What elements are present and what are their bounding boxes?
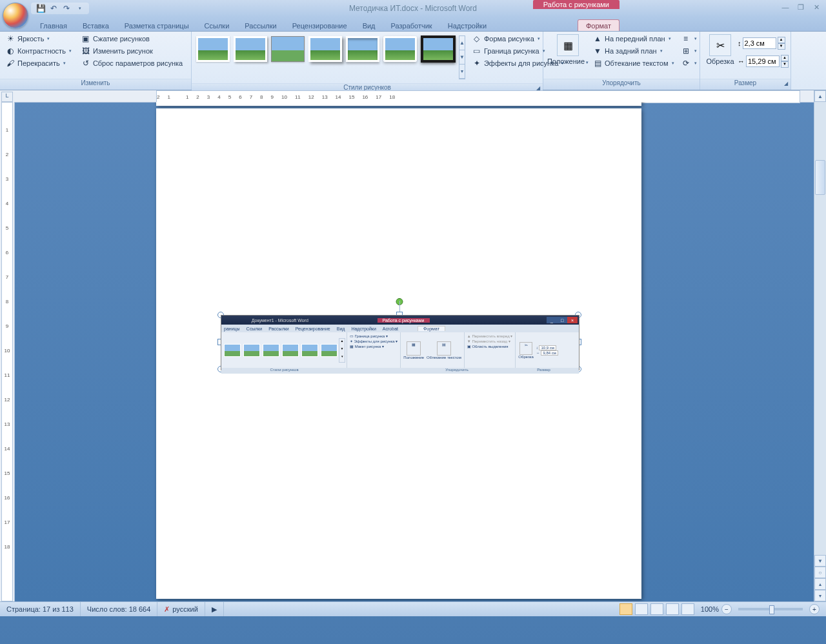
crop-button[interactable]: ✂ Обрезка xyxy=(703,33,738,66)
align-icon: ≡ xyxy=(681,34,691,44)
picture-style-2[interactable] xyxy=(234,36,267,62)
restore-button[interactable]: ❐ xyxy=(795,3,807,12)
reset-picture-button[interactable]: ↺Сброс параметров рисунка xyxy=(78,57,185,69)
macro-icon: ▶ xyxy=(212,605,217,614)
window-title: Методичка ИТ.docx - Microsoft Word xyxy=(349,4,477,13)
vertical-scrollbar[interactable]: ▲ ▼ ○ ▴ ▾ xyxy=(814,90,826,601)
minimize-button[interactable]: — xyxy=(780,3,791,12)
gallery-more-icon[interactable]: ▾ xyxy=(459,65,465,79)
tab-references[interactable]: Ссылки xyxy=(197,20,237,31)
bring-front-button[interactable]: ▲На передний план xyxy=(590,33,677,45)
picture-tools-label: Работа с рисунками xyxy=(533,0,620,9)
outline-view[interactable] xyxy=(666,603,679,615)
group-size-label: Размер◢ xyxy=(700,79,791,90)
gallery-scroll[interactable]: ▲▼▾ xyxy=(459,35,465,79)
recolor-button[interactable]: 🖌Перекрасить xyxy=(3,57,74,69)
wrap-icon: ▤ xyxy=(592,58,603,68)
zoom-level[interactable]: 100% xyxy=(701,605,719,613)
send-back-button[interactable]: ▼На задний план xyxy=(590,45,677,57)
embedded-screenshot: Документ1 - Microsoft Word Работа с рису… xyxy=(221,315,579,370)
change-picture-icon: 🖼 xyxy=(81,46,91,56)
front-icon: ▲ xyxy=(592,34,603,44)
redo-icon[interactable]: ↷ xyxy=(62,4,71,13)
zoom-knob[interactable] xyxy=(769,605,774,614)
tab-selector[interactable]: L xyxy=(1,92,13,102)
draft-view[interactable] xyxy=(681,603,694,615)
width-field[interactable] xyxy=(746,55,780,67)
gallery-up-icon[interactable]: ▲ xyxy=(459,36,465,50)
back-icon: ▼ xyxy=(592,46,603,56)
tab-view[interactable]: Вид xyxy=(355,20,383,31)
width-input[interactable]: ↔▲▼ xyxy=(738,55,789,68)
proofing-status[interactable]: ✗русский xyxy=(157,602,205,616)
macro-status[interactable]: ▶ xyxy=(205,602,224,616)
zoom-out-button[interactable]: − xyxy=(721,604,732,614)
border-icon: ▭ xyxy=(472,46,482,56)
tab-insert[interactable]: Вставка xyxy=(75,20,117,31)
horizontal-ruler[interactable]: 21123456789101112131415161718 xyxy=(14,90,826,103)
scroll-thumb[interactable] xyxy=(815,160,825,195)
shape-icon: ◇ xyxy=(472,34,482,44)
picture-style-1[interactable] xyxy=(196,36,230,62)
tab-addins[interactable]: Надстройки xyxy=(440,20,494,31)
compress-pictures-button[interactable]: ▣Сжатие рисунков xyxy=(78,33,185,45)
picture-style-4[interactable] xyxy=(308,36,342,62)
picture-style-3[interactable] xyxy=(271,36,305,62)
close-button[interactable]: ✕ xyxy=(811,3,822,12)
contrast-button[interactable]: ◐Контрастность xyxy=(3,45,74,57)
height-down[interactable]: ▼ xyxy=(778,43,785,50)
scroll-down-icon[interactable]: ▼ xyxy=(814,555,826,567)
qat-more-icon[interactable] xyxy=(75,4,84,13)
tab-mailings[interactable]: Рассылки xyxy=(237,20,284,31)
picture-style-6[interactable] xyxy=(383,36,417,62)
document-area: 123456789101112131415161718 L 2112345678… xyxy=(0,90,826,601)
tab-home[interactable]: Главная xyxy=(32,20,75,31)
zoom-slider[interactable] xyxy=(738,608,803,610)
position-button[interactable]: ▦ Положение xyxy=(546,33,590,66)
brightness-button[interactable]: ☀Яркость xyxy=(3,33,74,45)
tab-review[interactable]: Рецензирование xyxy=(285,20,355,31)
width-up[interactable]: ▲ xyxy=(781,55,789,61)
prev-page-icon[interactable]: ▴ xyxy=(814,578,826,590)
next-page-icon[interactable]: ▾ xyxy=(814,590,826,601)
zoom-in-button[interactable]: + xyxy=(809,604,820,614)
previous-page-edge xyxy=(156,102,641,106)
browse-object-icon[interactable]: ○ xyxy=(814,567,826,578)
scroll-up-icon[interactable]: ▲ xyxy=(814,90,826,102)
picture-style-5[interactable] xyxy=(346,36,379,62)
inner-title: Документ1 - Microsoft Word xyxy=(221,318,339,323)
group-arrange-label: Упорядочить xyxy=(543,79,700,90)
web-layout-view[interactable] xyxy=(650,603,663,615)
tab-page-layout[interactable]: Разметка страницы xyxy=(117,20,197,31)
page[interactable]: Документ1 - Microsoft Word Работа с рису… xyxy=(156,108,641,599)
contrast-icon: ◐ xyxy=(5,46,15,56)
word-count-status[interactable]: Число слов: 18 664 xyxy=(81,602,157,616)
rotate-icon: ⟳ xyxy=(681,58,691,68)
effects-icon: ✦ xyxy=(472,58,482,68)
group-button[interactable]: ⊞ xyxy=(678,45,700,57)
height-up[interactable]: ▲ xyxy=(778,37,785,43)
inner-tabs: раницыСсылкиРассылкиРецензированиеВидНад… xyxy=(221,325,579,332)
picture-style-7[interactable] xyxy=(421,35,456,63)
height-input[interactable]: ↕▲▼ xyxy=(738,37,789,50)
selected-picture[interactable]: Документ1 - Microsoft Word Работа с рису… xyxy=(221,315,578,369)
print-layout-view[interactable] xyxy=(620,603,632,615)
inner-context-label: Работа с рисунками xyxy=(378,318,430,323)
width-down[interactable]: ▼ xyxy=(781,61,789,68)
rotate-button[interactable]: ⟳ xyxy=(678,57,700,69)
tab-format[interactable]: Формат xyxy=(578,19,620,31)
save-icon[interactable]: 💾 xyxy=(36,4,45,13)
full-screen-view[interactable] xyxy=(635,603,648,615)
office-button[interactable] xyxy=(3,3,28,28)
align-button[interactable]: ≡ xyxy=(678,33,700,45)
vertical-ruler[interactable]: 123456789101112131415161718 xyxy=(0,90,15,601)
undo-icon[interactable]: ↶ xyxy=(49,4,58,13)
text-wrap-button[interactable]: ▤Обтекание текстом xyxy=(590,57,677,69)
tab-developer[interactable]: Разработчик xyxy=(383,20,440,31)
group-icon: ⊞ xyxy=(681,46,691,56)
gallery-down-icon[interactable]: ▼ xyxy=(459,50,465,65)
height-field[interactable] xyxy=(743,37,776,49)
size-dialog-launcher[interactable]: ◢ xyxy=(783,81,789,87)
change-picture-button[interactable]: 🖼Изменить рисунок xyxy=(78,45,185,57)
page-number-status[interactable]: Страница: 17 из 113 xyxy=(0,602,81,616)
